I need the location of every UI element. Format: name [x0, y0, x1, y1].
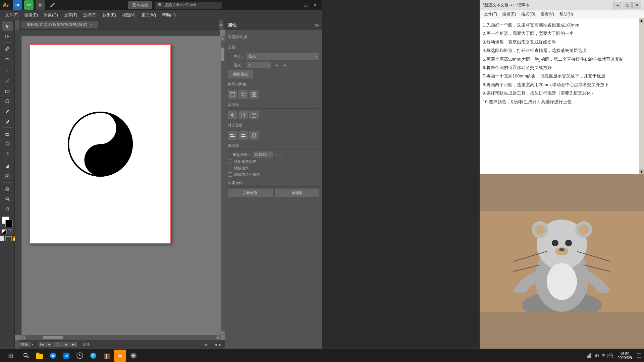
scale-strokes-checkbox[interactable] [228, 172, 232, 177]
stock-search[interactable]: 🔍 搜索 Adobe Stock [155, 2, 222, 9]
curvature-tool[interactable] [2, 54, 13, 63]
pen-tool[interactable] [2, 44, 13, 53]
zoom-dropdown-btn[interactable]: ▾ [32, 343, 33, 346]
status-expand[interactable]: ◄ ► [214, 343, 222, 347]
last-page-btn[interactable]: ►| [70, 342, 77, 347]
scroll-right-btn[interactable]: ► [216, 335, 221, 340]
scroll-down-btn[interactable]: ▼ [221, 330, 225, 335]
preview-bounds-checkbox[interactable] [228, 160, 232, 164]
notepad-close-btn[interactable]: ✕ [632, 2, 641, 9]
notepad-scroll-down[interactable]: ▼ [639, 169, 644, 174]
chart-tool[interactable] [2, 162, 13, 171]
canvas-scroll[interactable]: ▲ ▼ ◄ ► [15, 29, 225, 340]
artboard-select[interactable]: 1 ▾ [247, 62, 271, 68]
timeline-expand[interactable]: ► [205, 343, 208, 347]
default-colors-icon[interactable]: ↺ [8, 229, 12, 234]
doc-settings-btn[interactable]: 文档设置 [228, 189, 273, 197]
stroke-indicator[interactable] [5, 236, 12, 241]
brush-tool-icon[interactable] [47, 0, 58, 10]
notepad-scrollbar[interactable]: ▲ ▼ [639, 18, 644, 174]
pencil-tool[interactable] [2, 117, 13, 126]
menu-view[interactable]: 视图(V) [119, 11, 138, 19]
menu-edit[interactable]: 编辑(E) [22, 11, 41, 19]
scroll-up-btn[interactable]: ▲ [221, 36, 225, 41]
menu-window[interactable]: 窗口(W) [139, 11, 159, 19]
paintbrush-tool[interactable] [2, 107, 13, 116]
ruler-icon-btn-3[interactable] [249, 90, 259, 99]
menu-file[interactable]: 文件(F) [3, 11, 21, 19]
scroll-thumb-v[interactable] [221, 48, 224, 61]
notepad-menu-file[interactable]: 文件(F) [481, 11, 500, 18]
stock-icon[interactable]: St [24, 0, 34, 10]
start-button[interactable]: ⊞ [3, 350, 19, 361]
notepad-menu-help[interactable]: 帮助(H) [557, 11, 576, 18]
preferences-btn[interactable]: 首选项 [275, 189, 320, 197]
menu-select[interactable]: 选择(S) [80, 11, 99, 19]
taskbar-search-btn[interactable] [20, 350, 32, 361]
ruler-icon-btn-2[interactable] [238, 90, 248, 99]
cc-icon[interactable]: ⊞ [36, 0, 45, 10]
taskbar-skype[interactable]: S [87, 350, 99, 362]
prev-page-btn[interactable]: ◄ [46, 342, 52, 347]
type-tool[interactable]: T [2, 66, 13, 76]
notepad-content[interactable]: 1.先画好一个圆，这里将宽高属性各设置成100mm 2.画一个矩形，高要大于圆，… [480, 18, 644, 174]
notepad-menu-edit[interactable]: 编辑(E) [500, 11, 519, 18]
vertical-scrollbar[interactable]: ▲ ▼ [221, 36, 225, 335]
maximize-button[interactable]: □ [302, 2, 310, 8]
line-tool[interactable] [2, 76, 13, 86]
rect-tool[interactable] [2, 86, 13, 96]
reflect-tool[interactable] [2, 149, 13, 159]
guide-icon-btn-1[interactable] [228, 111, 237, 119]
page-number-input[interactable] [53, 342, 63, 347]
action-center-icon[interactable] [637, 353, 641, 358]
direct-select-tool[interactable] [2, 32, 13, 41]
guide-icon-btn-2[interactable] [238, 111, 248, 119]
panel-expand-right[interactable]: ≫ [219, 20, 223, 29]
taskbar-store[interactable]: 🛍 [60, 350, 72, 362]
artboard-tool[interactable] [2, 184, 13, 193]
first-page-btn[interactable]: |◄ [39, 342, 46, 347]
ellipse-tool[interactable] [2, 97, 13, 106]
edit-artboard-btn[interactable]: 编辑画板 [228, 70, 253, 78]
horizontal-scrollbar[interactable]: ◄ ► [21, 335, 221, 340]
hand-tool[interactable] [2, 204, 13, 214]
bridge-icon[interactable]: Br [13, 0, 22, 10]
menu-effect[interactable]: 效果(E) [100, 11, 119, 19]
notepad-minimize-btn[interactable]: ─ [613, 2, 622, 9]
swap-colors-icon[interactable] [2, 229, 7, 234]
minimize-button[interactable]: ─ [292, 2, 301, 8]
taskbar-package[interactable] [101, 350, 113, 362]
next-page-btn[interactable]: ► [63, 342, 69, 347]
color-swatches[interactable] [2, 217, 13, 227]
notepad-maximize-btn[interactable]: □ [623, 2, 632, 9]
panel-collapse-btn[interactable]: ≫ [314, 22, 319, 28]
tab-close-btn[interactable]: ✕ [90, 23, 93, 26]
notepad-menu-format[interactable]: 格式(O) [519, 11, 538, 18]
zoom-input[interactable] [17, 342, 31, 347]
artboard-prev-btn[interactable]: ◄ [273, 62, 280, 68]
menu-text[interactable]: 文字(T) [61, 11, 80, 19]
unit-select[interactable]: 毫米 ▾ [247, 53, 319, 60]
taskbar-illustrator[interactable]: Ai [114, 350, 126, 362]
guide-icon-btn-3[interactable] [249, 111, 259, 119]
keyboard-input[interactable] [253, 152, 273, 158]
select-tool[interactable] [2, 21, 13, 31]
taskbar-file-explorer[interactable] [34, 350, 46, 362]
scroll-left-btn[interactable]: ◄ [21, 335, 26, 340]
notepad-scroll-up[interactable]: ▲ [639, 18, 644, 23]
menu-object[interactable]: 对象(O) [41, 11, 60, 19]
symbol-tool[interactable]: ⊞ [2, 172, 13, 181]
rotate-tool[interactable] [2, 139, 13, 148]
taskbar-ie[interactable]: e [47, 350, 59, 362]
scale-corners-checkbox[interactable] [228, 166, 232, 170]
fill-indicator[interactable] [0, 236, 4, 241]
taskbar-clock[interactable] [74, 350, 86, 362]
notepad-menu-view[interactable]: 查看(V) [538, 11, 557, 18]
basic-mode-btn[interactable]: 基本功能 [128, 1, 152, 9]
eraser-tool[interactable] [2, 129, 13, 138]
document-tab[interactable]: 未标题-1* @ 93% (CMYK/GPU 预览) ✕ [21, 21, 98, 28]
zoom-tool[interactable] [2, 194, 13, 203]
scroll-thumb-h[interactable] [43, 336, 63, 339]
taskbar-media[interactable] [127, 350, 140, 362]
align-icon-btn-3[interactable] [249, 131, 259, 140]
